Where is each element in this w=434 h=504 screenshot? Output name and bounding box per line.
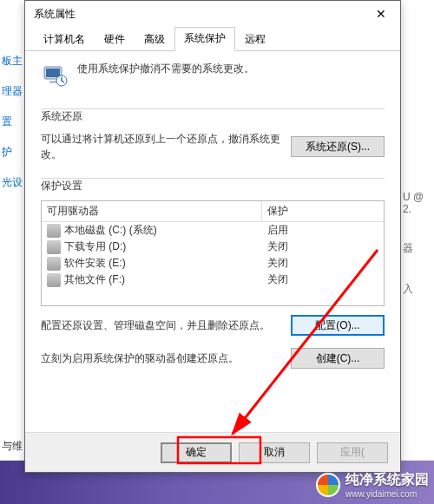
intro-row: 使用系统保护撤消不需要的系统更改。 <box>41 62 385 89</box>
system-properties-dialog: 系统属性 ✕ 计算机名 硬件 高级 系统保护 远程 使用系统保护撤消不需要的系统… <box>24 0 401 473</box>
watermark-url: www.yidaimei.com <box>345 489 429 499</box>
ok-button[interactable]: 确定 <box>161 442 232 463</box>
drive-icon <box>47 224 61 238</box>
tab-content: 使用系统保护撤消不需要的系统更改。 系统还原 可以通过将计算机还原到上一个还原点… <box>25 51 400 432</box>
restore-desc: 可以通过将计算机还原到上一个还原点，撤消系统更改。 <box>41 131 282 162</box>
system-restore-button[interactable]: 系统还原(S)... <box>291 136 385 157</box>
tab-computer-name[interactable]: 计算机名 <box>34 28 95 51</box>
configure-desc: 配置还原设置、管理磁盘空间，并且删除还原点。 <box>41 318 282 333</box>
drive-list-header: 可用驱动器 保护 <box>42 201 384 222</box>
list-item[interactable]: 其他文件 (F:) 关闭 <box>42 272 384 288</box>
bg-window-right: U @ 2. 器 入 <box>401 0 434 460</box>
tab-remote[interactable]: 远程 <box>235 28 275 51</box>
svg-rect-2 <box>49 81 56 83</box>
bg-right-item: U @ 2. <box>403 191 434 215</box>
section-restore: 系统还原 可以通过将计算机还原到上一个还原点，撤消系统更改。 系统还原(S)..… <box>41 109 385 162</box>
intro-text: 使用系统保护撤消不需要的系统更改。 <box>77 62 254 76</box>
svg-rect-1 <box>46 69 60 77</box>
titlebar[interactable]: 系统属性 ✕ <box>25 1 400 27</box>
bg-left-item: 板主 <box>0 54 24 69</box>
configure-button[interactable]: 配置(O)... <box>291 315 385 336</box>
watermark-brand: 纯净系统家园 <box>345 472 429 487</box>
drive-status: 关闭 <box>262 239 384 254</box>
bg-left-item: 光设 <box>0 175 24 190</box>
watermark: 纯净系统家园 www.yidaimei.com <box>316 471 429 499</box>
cancel-button[interactable]: 取消 <box>239 442 310 463</box>
drive-list: 可用驱动器 保护 本地磁盘 (C:) (系统) 启用 下载专用 (D:) 关闭 <box>41 200 385 306</box>
bg-right-item: 入 <box>403 282 434 297</box>
create-restore-desc: 立刻为启用系统保护的驱动器创建还原点。 <box>41 351 282 366</box>
bg-left-item: 护 <box>0 145 24 160</box>
dialog-title: 系统属性 <box>34 7 361 22</box>
system-protection-icon <box>41 62 69 89</box>
list-item[interactable]: 软件安装 (E:) 关闭 <box>42 255 384 272</box>
close-icon: ✕ <box>376 7 386 21</box>
close-button[interactable]: ✕ <box>361 1 400 27</box>
drive-status: 启用 <box>262 223 384 238</box>
bg-window-left: 板主 理器 置 护 光设 <box>0 0 24 460</box>
tab-advanced[interactable]: 高级 <box>135 28 174 51</box>
list-item[interactable]: 下载专用 (D:) 关闭 <box>42 239 384 255</box>
drive-status: 关闭 <box>262 256 384 271</box>
drive-name: 本地磁盘 (C:) (系统) <box>64 223 262 238</box>
bg-bottom-left-label: 与维 <box>2 439 23 454</box>
tab-system-protection[interactable]: 系统保护 <box>174 27 235 51</box>
tab-hardware[interactable]: 硬件 <box>95 28 135 51</box>
drive-icon <box>47 240 61 254</box>
drive-name: 其他文件 (F:) <box>64 272 262 287</box>
protection-settings-title: 保护设置 <box>41 179 385 193</box>
list-item[interactable]: 本地磁盘 (C:) (系统) 启用 <box>42 222 384 239</box>
drive-icon <box>47 273 61 287</box>
drive-name: 软件安装 (E:) <box>64 256 262 271</box>
section-protection-settings: 保护设置 可用驱动器 保护 本地磁盘 (C:) (系统) 启用 下载专用 (D:… <box>41 179 385 369</box>
bg-left-item: 置 <box>0 115 24 129</box>
drive-name: 下载专用 (D:) <box>64 239 262 254</box>
bg-left-item: 理器 <box>0 84 24 99</box>
section-restore-title: 系统还原 <box>41 109 385 124</box>
drive-list-body[interactable]: 本地磁盘 (C:) (系统) 启用 下载专用 (D:) 关闭 软件安装 (E:)… <box>42 222 384 305</box>
bg-right-item: 器 <box>403 241 434 256</box>
dialog-footer: 确定 取消 应用( <box>25 432 400 472</box>
drive-status: 关闭 <box>262 272 384 287</box>
col-drive[interactable]: 可用驱动器 <box>42 201 262 221</box>
create-restore-point-button[interactable]: 创建(C)... <box>291 348 385 369</box>
watermark-logo-icon <box>316 473 340 497</box>
apply-button[interactable]: 应用( <box>317 442 388 463</box>
col-protection[interactable]: 保护 <box>262 201 384 221</box>
tabstrip: 计算机名 硬件 高级 系统保护 远程 <box>25 27 400 51</box>
drive-icon <box>47 257 61 271</box>
